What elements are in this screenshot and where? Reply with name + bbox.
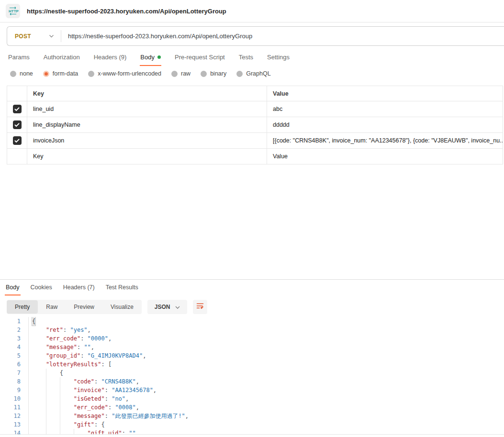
response-tab-headers[interactable]: Headers (7) xyxy=(62,281,96,295)
body-type-graphql[interactable]: GraphQL xyxy=(236,70,270,77)
body-type-x-www-form-urlencoded[interactable]: x-www-form-urlencoded xyxy=(88,70,161,77)
code-token: "" xyxy=(84,343,90,351)
tab-settings[interactable]: Settings xyxy=(267,50,290,66)
code-line: 3"err_code": "0000", xyxy=(0,334,504,343)
body-type-binary[interactable]: binary xyxy=(201,70,226,77)
view-mode-raw[interactable]: Raw xyxy=(38,300,66,314)
indent-guide xyxy=(32,403,46,412)
line-number: 13 xyxy=(0,420,29,429)
radio-button[interactable] xyxy=(88,71,94,77)
response-format-dropdown[interactable]: JSON xyxy=(147,300,187,314)
indent-guide xyxy=(32,377,46,386)
tab-headers[interactable]: Headers (9) xyxy=(93,50,127,66)
tab-label: Settings xyxy=(267,54,290,61)
row-checkbox-checked[interactable] xyxy=(13,120,22,129)
code-token: : xyxy=(105,394,112,403)
code-line-content: "code": "CRNS4B8K", xyxy=(29,377,139,386)
code-token: "group_id" xyxy=(46,351,80,360)
radio-button[interactable] xyxy=(201,71,207,77)
tab-label: Body xyxy=(140,54,155,61)
row-checkbox-checked[interactable] xyxy=(13,136,22,145)
key-cell[interactable]: line_uid xyxy=(27,101,267,117)
body-type-raw[interactable]: raw xyxy=(171,70,190,77)
radio-button[interactable] xyxy=(10,71,16,77)
tab-pre-request-script[interactable]: Pre-request Script xyxy=(174,50,225,66)
view-mode-visualize[interactable]: Visualize xyxy=(102,300,142,314)
value-cell[interactable]: abc xyxy=(267,101,503,117)
method-label: POST xyxy=(15,33,31,40)
view-mode-pretty[interactable]: Pretty xyxy=(7,300,38,314)
code-token: , xyxy=(91,343,94,351)
code-token: : xyxy=(122,429,129,435)
code-token: : xyxy=(80,334,87,343)
body-type-form-data[interactable]: form-data xyxy=(43,70,78,77)
code-line-content: "invoice": "AA12345678", xyxy=(29,386,157,394)
code-line: 5"group_id": "G_4IMJ0KVP8AD4", xyxy=(0,351,504,360)
code-token: "0008" xyxy=(115,403,135,412)
line-number: 3 xyxy=(0,334,29,343)
tab-authorization[interactable]: Authorization xyxy=(43,50,80,66)
code-token: : { xyxy=(94,420,105,429)
select-all-column xyxy=(7,86,27,101)
code-token: "invoice" xyxy=(74,386,105,394)
radio-label: x-www-form-urlencoded xyxy=(98,70,161,77)
radio-button-selected[interactable] xyxy=(43,71,49,77)
response-tabs: Body Cookies Headers (7) Test Results xyxy=(0,280,504,295)
code-line: 11"err_code": "0008", xyxy=(0,403,504,412)
value-input-placeholder[interactable]: Value xyxy=(267,149,503,164)
body-type-none[interactable]: none xyxy=(10,70,33,77)
code-line: 12"message": "此發票已經參加使用過了!", xyxy=(0,412,504,420)
code-line: 9"invoice": "AA12345678", xyxy=(0,386,504,394)
key-input-placeholder[interactable]: Key xyxy=(27,149,267,164)
tab-label: Headers (7) xyxy=(63,284,95,291)
radio-button[interactable] xyxy=(236,71,243,77)
radio-label: raw xyxy=(181,70,190,77)
tab-params[interactable]: Params xyxy=(8,50,30,66)
format-label: JSON xyxy=(155,304,170,310)
code-line: 2"ret": "yes", xyxy=(0,326,504,334)
view-mode-preview[interactable]: Preview xyxy=(66,300,102,314)
key-cell[interactable]: invoiceJson xyxy=(27,133,267,149)
code-token: "此發票已經參加使用過了!" xyxy=(112,412,185,420)
response-tab-cookies[interactable]: Cookies xyxy=(30,281,53,295)
code-line-content: "err_code": "0008", xyxy=(29,403,139,412)
tab-label: Pre-request Script xyxy=(175,54,225,61)
radio-button[interactable] xyxy=(171,71,178,77)
table-row: line_displayName ddddd xyxy=(7,117,503,133)
tab-body[interactable]: Body xyxy=(140,50,161,66)
indent-guide xyxy=(32,429,46,435)
tab-tests[interactable]: Tests xyxy=(238,50,254,66)
code-line-content: "group_id": "G_4IMJ0KVP8AD4", xyxy=(29,351,146,360)
code-line-content: "gift": { xyxy=(29,420,105,429)
radio-label: binary xyxy=(210,70,226,77)
code-token: "err_code" xyxy=(46,334,80,343)
method-selector[interactable]: POST xyxy=(7,33,61,40)
indent-guide xyxy=(32,360,46,369)
key-column-header: Key xyxy=(27,86,267,101)
line-number: 4 xyxy=(0,343,29,351)
table-header-row: Key Value xyxy=(7,86,503,101)
value-cell[interactable]: [{code: "CRNS4B8K", invoice_num: "AA1234… xyxy=(267,133,503,149)
indent-guide xyxy=(46,369,60,377)
code-token: : xyxy=(105,412,112,420)
value-column-header: Value xyxy=(267,86,503,101)
code-line: 8"code": "CRNS4B8K", xyxy=(0,377,504,386)
value-cell[interactable]: ddddd xyxy=(267,117,503,133)
tab-label: Body xyxy=(6,284,20,291)
url-input[interactable]: https://nestle-superfood-2023.horyuken.c… xyxy=(61,33,252,40)
request-title-bar: HTTP https://nestle-superfood-2023.horyu… xyxy=(0,0,504,22)
row-checkbox-checked[interactable] xyxy=(13,105,22,113)
response-tab-test-results[interactable]: Test Results xyxy=(105,281,139,295)
code-line: 6"lotteryResults": [ xyxy=(0,360,504,369)
indent-guide xyxy=(60,420,74,429)
code-line-content: "gift_uid": "" xyxy=(29,429,136,435)
indent-guide xyxy=(32,369,46,377)
key-cell[interactable]: line_displayName xyxy=(27,117,267,133)
wrap-text-button[interactable] xyxy=(193,300,207,314)
radio-label: form-data xyxy=(53,70,78,77)
response-tab-body[interactable]: Body xyxy=(5,281,21,295)
request-title: https://nestle-superfood-2023.horyuken.c… xyxy=(27,8,226,15)
tab-label: Cookies xyxy=(31,284,52,291)
indent-guide xyxy=(32,394,46,403)
indent-guide xyxy=(60,377,74,386)
